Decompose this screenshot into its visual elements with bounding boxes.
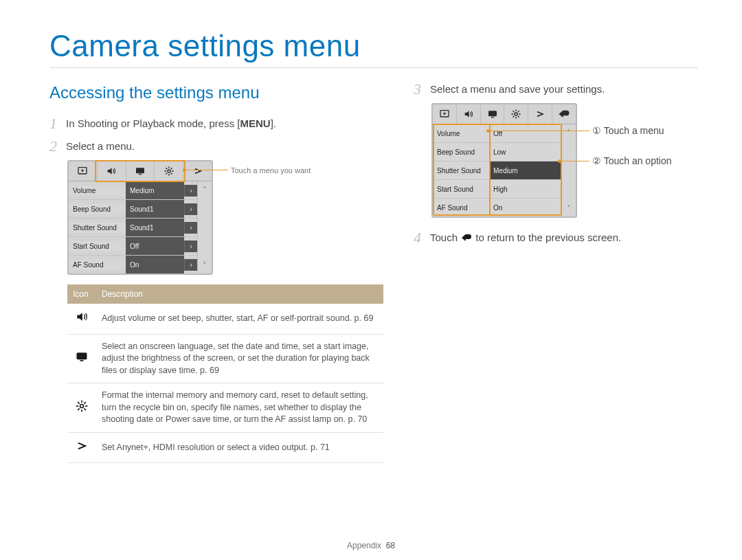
callout-menu-text: Touch a menu [604,125,664,136]
tab-settings[interactable] [504,104,528,124]
table-row: Adjust volume or set beep, shutter, star… [67,304,383,334]
svg-line-34 [518,111,519,113]
callout-menu: ① Touch a menu [592,124,664,138]
label-option-columns: Volume Beep Sound Shutter Sound Start So… [433,124,561,216]
label-item[interactable]: Shutter Sound [433,161,489,179]
scroll-down-icon[interactable]: ˅ [562,200,576,216]
scroll-up-icon[interactable]: ˄ [562,124,576,141]
tab-display[interactable] [481,104,505,124]
row-value: Sound1 [126,200,184,218]
svg-rect-24 [488,111,497,117]
tab-sound[interactable] [457,104,481,124]
scroll-down-icon[interactable]: ˅ [198,257,212,273]
tab-sound[interactable] [98,161,126,181]
screenshot-2-wrap: Volume Beep Sound Shutter Sound Start So… [431,103,698,218]
step1-post: ]. [271,117,276,129]
scroll-up-icon[interactable]: ˄ [198,181,212,198]
svg-line-8 [166,168,167,170]
svg-line-31 [513,111,515,113]
settings-row[interactable]: VolumeMedium› [69,181,197,199]
scrollbar[interactable]: ˄˅ [197,181,212,273]
icon-description-table: Icon Description Adjust volume or set be… [67,284,383,463]
scroll-track [198,198,212,257]
step-1: 1 In Shooting or Playback mode, press [M… [49,115,383,132]
label-item[interactable]: Beep Sound [433,142,489,161]
th-description: Description [96,284,383,304]
leader-line [489,131,589,131]
row-value: Off [126,237,184,255]
table-row: Set Anynet+, HDMI resolution or select a… [67,432,383,463]
section-heading: Accessing the settings menu [49,80,383,105]
svg-line-11 [170,168,172,170]
row-value: Sound1 [126,219,184,236]
row-label: Volume [69,186,126,196]
screenshot-1-wrap: VolumeMedium› Beep SoundSound1› Shutter … [67,160,383,275]
tab-connectivity[interactable] [183,161,212,181]
row-label: AF Sound [69,260,126,270]
row-value: Medium [126,181,184,199]
svg-rect-13 [80,360,84,361]
label-item[interactable]: AF Sound [433,198,489,216]
svg-line-19 [78,402,80,404]
chevron-right-icon: › [184,222,197,234]
option-item[interactable]: High [489,179,561,198]
svg-line-22 [84,402,86,404]
table-desc: Format the internal memory and memory ca… [96,383,383,433]
svg-rect-1 [136,168,144,174]
display-icon [67,334,96,383]
right-column: 3 Select a menu and save your settings. [414,80,698,463]
scrollbar[interactable]: ˄˅ [561,124,576,216]
tab-playback[interactable] [69,161,98,181]
svg-point-26 [515,113,517,115]
settings-row[interactable]: AF SoundOn› [69,255,197,273]
table-desc: Adjust volume or set beep, shutter, star… [96,304,383,334]
settings-row[interactable]: Beep SoundSound1› [69,199,197,218]
tab-back[interactable] [552,104,576,124]
settings-list: VolumeMedium› Beep SoundSound1› Shutter … [69,181,197,273]
tab-display[interactable] [126,161,155,181]
back-arrow-icon [460,232,473,243]
step-text: Select a menu and save your settings. [430,80,605,98]
svg-line-9 [170,173,172,175]
tab-connectivity[interactable] [528,104,552,124]
camera-screen: Volume Beep Sound Shutter Sound Start So… [431,103,577,218]
table-desc: Set Anynet+, HDMI resolution or select a… [96,432,383,463]
svg-rect-25 [491,117,494,117]
tab-settings[interactable] [155,161,183,181]
scroll-track [562,141,576,200]
svg-line-32 [518,116,519,117]
step-text: Touch to return to the previous screen. [430,229,621,246]
step-number: 4 [414,229,430,246]
step-text: In Shooting or Playback mode, press [MEN… [66,115,276,132]
step-4: 4 Touch to return to the previous screen… [414,229,698,246]
tab-playback[interactable] [433,104,457,124]
step-number: 2 [49,137,66,155]
chevron-right-icon: › [184,259,197,271]
leader-line [186,170,228,170]
row-value: On [126,256,184,273]
svg-point-3 [168,170,170,172]
row-label: Start Sound [69,241,126,251]
sound-icon [67,304,96,334]
label-item[interactable]: Start Sound [433,179,489,198]
page-footer: Appendix 68 [0,541,742,550]
settings-row[interactable]: Start SoundOff› [69,236,197,255]
settings-panel: Volume Beep Sound Shutter Sound Start So… [433,124,576,216]
camera-screen: VolumeMedium› Beep SoundSound1› Shutter … [67,160,213,275]
step-text: Select a menu. [66,137,135,155]
table-row: Format the internal memory and memory ca… [67,383,383,433]
step4-pre: Touch [430,232,460,243]
chevron-right-icon: › [184,185,197,197]
option-item[interactable]: Low [489,142,561,161]
chevron-right-icon: › [184,240,197,252]
page-title: Camera settings menu [49,29,698,63]
row-label: Beep Sound [69,204,126,214]
option-item[interactable]: On [489,198,561,216]
option-item-selected[interactable]: Medium [489,161,561,179]
table-row: Select an onscreen language, set the dat… [67,334,383,383]
callout-option-text: Touch an option [604,155,672,166]
svg-rect-12 [77,353,87,360]
option-item[interactable]: Off [489,124,561,142]
label-item[interactable]: Volume [433,124,489,142]
settings-row[interactable]: Shutter SoundSound1› [69,218,197,236]
